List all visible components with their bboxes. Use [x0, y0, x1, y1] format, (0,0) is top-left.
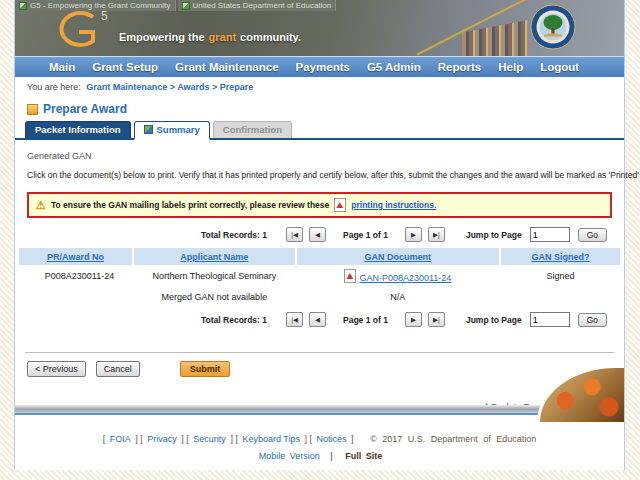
- footer-link-keyboard-tips[interactable]: Keyboard Tips: [242, 434, 300, 444]
- banner-title-ed: United States Department of Education: [178, 0, 337, 11]
- first-page-button[interactable]: |◀: [286, 227, 303, 242]
- next-page-button[interactable]: ▶: [405, 312, 422, 327]
- nav-item-g5-admin[interactable]: G5 Admin: [367, 61, 421, 73]
- pdf-icon[interactable]: [344, 269, 356, 283]
- tab-summary[interactable]: Summary: [134, 121, 210, 140]
- gan-document-cell: GAN-P008A230011-24: [297, 266, 499, 286]
- award-no-cell: P008A230011-24: [19, 266, 132, 286]
- page-title-row: Prepare Award: [27, 102, 624, 116]
- jump-to-page-label: Jump to Page: [466, 230, 522, 240]
- footer: [ FOIA ] [ Privacy ] [ Security ] [ Keyb…: [15, 434, 624, 461]
- cancel-button[interactable]: Cancel: [96, 361, 140, 377]
- award-no-cell: [19, 287, 132, 307]
- banner-title-ed-label: United States Department of Education: [193, 1, 332, 10]
- gan-signed-cell: [501, 287, 620, 307]
- pagination-top: Total Records: 1 |◀ ◀ Page 1 of 1 ▶ ▶| J…: [15, 227, 607, 242]
- pdf-icon[interactable]: [334, 198, 346, 212]
- header-banner: G5 - Empowering the Grant Community Unit…: [15, 0, 624, 56]
- footer-version-row: Mobile Version | Full Site: [15, 451, 624, 461]
- instructions-text: Click on the document(s) below to print.…: [27, 170, 624, 180]
- page-title: Prepare Award: [43, 102, 127, 116]
- printing-instructions-link[interactable]: printing instructions.: [351, 200, 436, 210]
- tab-summary-label: Summary: [157, 124, 200, 135]
- page-indicator: Page 1 of 1: [343, 315, 388, 325]
- banner-title-g5-label: G5 - Empowering the Grant Community: [30, 1, 171, 10]
- main-nav-bar: Main Grant Setup Grant Maintenance Payme…: [15, 56, 624, 77]
- table-row: P008A230011-24 Northern Theological Semi…: [19, 266, 620, 286]
- mobile-version-link[interactable]: Mobile Version: [259, 451, 320, 461]
- total-records-value: 1: [262, 315, 267, 325]
- banner-title-strip: G5 - Empowering the Grant Community Unit…: [15, 0, 336, 11]
- previous-button[interactable]: < Previous: [27, 361, 86, 377]
- next-page-button[interactable]: ▶: [405, 227, 422, 242]
- section-label: Generated GAN: [27, 151, 624, 161]
- nav-item-main[interactable]: Main: [49, 61, 75, 73]
- total-records-label: Total Records:: [201, 230, 260, 240]
- table-row: Merged GAN not available N/A: [19, 287, 620, 307]
- first-page-button[interactable]: |◀: [286, 312, 303, 327]
- breadcrumb-prefix: You are here:: [27, 82, 81, 92]
- action-button-row: < Previous Cancel Submit: [27, 361, 624, 377]
- breadcrumb: You are here: Grant Maintenance > Awards…: [15, 77, 624, 96]
- warning-box: ⚠ To ensure the GAN mailing labels print…: [27, 192, 612, 218]
- tab-confirmation[interactable]: Confirmation: [213, 121, 292, 138]
- gan-document-link[interactable]: GAN-P008A230011-24: [359, 273, 451, 283]
- tab-packet-information[interactable]: Packet Information: [25, 121, 131, 138]
- footer-metal-bar: [15, 405, 624, 415]
- gan-document-cell: N/A: [297, 287, 499, 307]
- gan-table: PR/Award No Applicant Name GAN Document …: [17, 247, 622, 308]
- table-header-row: PR/Award No Applicant Name GAN Document …: [19, 248, 620, 265]
- nav-item-reports[interactable]: Reports: [438, 61, 481, 73]
- gan-signed-cell: Signed: [501, 266, 620, 286]
- footer-link-privacy[interactable]: Privacy: [147, 434, 177, 444]
- pagination-bottom: Total Records: 1 |◀ ◀ Page 1 of 1 ▶ ▶| J…: [15, 312, 607, 327]
- total-records-value: 1: [262, 230, 267, 240]
- jump-to-page-input[interactable]: [530, 227, 570, 242]
- footer-link-notices[interactable]: Notices: [317, 434, 347, 444]
- footer-separator: |: [330, 451, 332, 461]
- last-page-button[interactable]: ▶|: [428, 227, 445, 242]
- copyright-text: © 2017 U.S. Department of Education: [370, 434, 536, 444]
- summary-tab-icon: [144, 125, 153, 134]
- submit-button[interactable]: Submit: [180, 361, 231, 377]
- go-button[interactable]: Go: [578, 313, 607, 327]
- page-icon: [19, 2, 27, 10]
- banner-tagline: Empowering the grant community.: [119, 31, 301, 43]
- column-header-gan-signed[interactable]: GAN Signed?: [501, 248, 620, 265]
- divider: [25, 352, 614, 353]
- applicant-name-cell: Merged GAN not available: [134, 287, 295, 307]
- banner-title-g5: G5 - Empowering the Grant Community: [15, 0, 176, 11]
- nav-item-logout[interactable]: Logout: [540, 61, 579, 73]
- prepare-award-icon: [27, 104, 38, 115]
- warning-text: To ensure the GAN mailing labels print c…: [51, 200, 329, 210]
- footer-links-row: [ FOIA ] [ Privacy ] [ Security ] [ Keyb…: [15, 434, 624, 444]
- nav-item-payments[interactable]: Payments: [296, 61, 350, 73]
- department-of-education-seal-icon: [530, 4, 576, 50]
- applicant-name-cell: Northern Theological Seminary: [134, 266, 295, 286]
- footer-link-security[interactable]: Security: [193, 434, 226, 444]
- nav-item-help[interactable]: Help: [498, 61, 523, 73]
- jump-to-page-input[interactable]: [530, 312, 570, 327]
- go-button[interactable]: Go: [578, 228, 607, 242]
- page-indicator: Page 1 of 1: [343, 230, 388, 240]
- g5-application-window: G5 - Empowering the Grant Community Unit…: [14, 0, 625, 470]
- column-header-pr-award-no[interactable]: PR/Award No: [19, 248, 132, 265]
- total-records-label: Total Records:: [201, 315, 260, 325]
- warning-triangle-icon: ⚠: [36, 200, 46, 211]
- jump-to-page-label: Jump to Page: [466, 315, 522, 325]
- g5-logo-icon: [41, 8, 105, 50]
- nav-item-grant-setup[interactable]: Grant Setup: [92, 61, 158, 73]
- last-page-button[interactable]: ▶|: [428, 312, 445, 327]
- column-header-gan-document[interactable]: GAN Document: [297, 248, 499, 265]
- previous-page-button[interactable]: ◀: [309, 227, 326, 242]
- previous-page-button[interactable]: ◀: [309, 312, 326, 327]
- page-icon: [182, 2, 190, 10]
- full-site-link[interactable]: Full Site: [345, 451, 382, 461]
- tab-bar: Packet Information Summary Confirmation: [15, 121, 624, 140]
- breadcrumb-path[interactable]: Grant Maintenance > Awards > Prepare: [86, 82, 253, 92]
- column-header-applicant-name[interactable]: Applicant Name: [134, 248, 295, 265]
- footer-link-foia[interactable]: FOIA: [110, 434, 131, 444]
- g5-logo-numeral: 5: [101, 9, 108, 23]
- nav-item-grant-maintenance[interactable]: Grant Maintenance: [175, 61, 279, 73]
